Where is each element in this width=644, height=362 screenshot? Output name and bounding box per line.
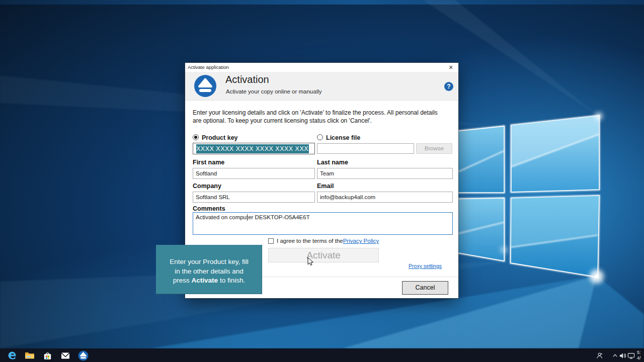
first-name-label: First name [193,159,224,166]
comments-label: Comments [193,205,225,212]
show-hidden-icons-chevron[interactable] [611,351,619,359]
tooltip-line2: in the other details and [175,267,244,275]
dialog-title: Activate application [188,64,229,70]
dialog-titlebar[interactable]: Activate application ✕ [185,63,458,72]
product-key-input[interactable]: XXXX XXXX XXXX XXXX XXXX XXXX [193,143,315,154]
browse-button[interactable]: Browse [416,143,452,154]
privacy-agree-text: I agree to the terms of the [277,238,343,244]
close-icon[interactable]: ✕ [445,63,456,71]
volume-icon[interactable] [618,351,626,359]
license-file-radio[interactable] [317,134,323,140]
product-key-tooltip: Enter your Product key, fill in the othe… [156,245,262,294]
email-input[interactable] [317,192,453,203]
tooltip-line3-bold: Activate [192,277,218,284]
file-explorer-icon[interactable] [24,350,35,361]
dialog-header: Activation Activate your copy online or … [185,72,458,101]
email-label: Email [317,183,334,190]
taskbar: 5: 4/ [0,348,644,362]
clock[interactable]: 5: 4/ [637,350,644,361]
company-label: Company [193,183,221,190]
proxy-settings-link[interactable]: Proxy settings [409,263,442,269]
backup4all-taskbar-icon[interactable] [77,350,89,361]
tooltip-line3-suffix: to finish. [218,277,245,284]
clock-date: 4/ [637,355,644,361]
license-source-row: Product key License file [185,134,458,141]
dialog-subheading: Activate your copy online or manually [226,88,322,95]
privacy-agree-row: I agree to the terms of the Privacy Poli… [268,237,379,244]
product-key-radio[interactable] [193,134,199,140]
mail-icon[interactable] [60,350,71,361]
backup4all-logo-icon [194,74,217,98]
product-key-selected-text: XXXX XXXX XXXX XXXX XXXX XXXX [196,144,309,153]
edge-icon[interactable] [7,350,18,361]
help-icon[interactable]: ? [444,82,453,91]
text-caret [247,214,248,221]
license-file-input[interactable] [317,143,414,154]
first-name-input[interactable] [193,168,315,179]
network-icon[interactable] [627,351,635,359]
product-key-radio-label[interactable]: Product key [202,134,238,141]
tooltip-line1: Enter your Product key, fill [170,258,249,265]
last-name-label: Last name [317,159,348,166]
last-name-input[interactable] [317,168,453,179]
dialog-heading: Activation [225,74,269,85]
clock-time: 5: [637,350,644,355]
company-input[interactable] [193,192,315,203]
privacy-checkbox[interactable] [268,238,274,244]
intro-text: Enter your licensing details and click o… [193,109,447,125]
comments-textarea[interactable]: Activated on computer DESKTOP-O5A4E6T [193,212,453,235]
license-file-radio-label[interactable]: License file [326,134,360,141]
desktop: Activate application ✕ Activation Activa… [0,0,644,362]
tooltip-line3-prefix: press [173,277,192,284]
activate-button[interactable]: Activate [268,248,379,262]
people-icon[interactable] [596,351,604,359]
comments-value: Activated on computer DESKTOP-O5A4E6T [196,214,310,220]
cancel-button[interactable]: Cancel [402,281,448,295]
microsoft-store-icon[interactable] [42,350,53,361]
privacy-policy-link[interactable]: Privacy Policy [343,238,379,244]
mouse-cursor [306,257,315,266]
